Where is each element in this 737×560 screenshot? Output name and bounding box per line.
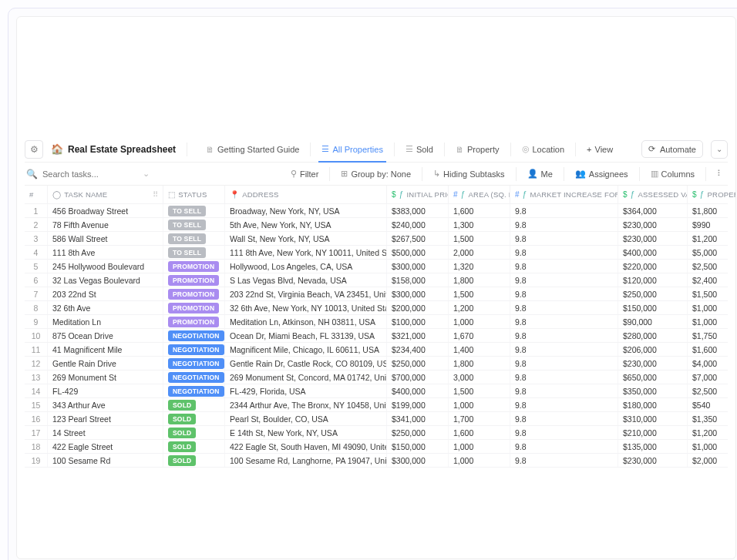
col-market-increase[interactable]: # ƒ MARKET INCREASE FORECAST (%) xyxy=(510,186,618,203)
cell-number[interactable]: 9 xyxy=(25,315,48,328)
cell-task-name[interactable]: 111 8th Ave xyxy=(48,246,163,259)
cell-address[interactable]: Broadway, New York, NY, USA xyxy=(225,204,387,217)
cell-number[interactable]: 1 xyxy=(25,204,48,217)
cell-address[interactable]: 422 Eagle St, South Haven, MI 49090, Uni… xyxy=(225,440,387,453)
cell-number[interactable]: 2 xyxy=(25,218,48,231)
cell-assessed[interactable]: $210,000 xyxy=(618,426,688,439)
cell-area[interactable]: 1,670 xyxy=(449,329,510,342)
automate-button[interactable]: ⟳ Automate xyxy=(641,140,703,158)
cell-forecast[interactable]: 9.8 xyxy=(510,329,618,342)
cell-tax[interactable]: $1,200 xyxy=(688,426,736,439)
cell-status[interactable]: SOLD xyxy=(163,454,225,467)
cell-area[interactable]: 1,300 xyxy=(449,218,510,231)
table-row[interactable]: 7203 22nd StPROMOTION203 22nd St, Virgin… xyxy=(25,287,728,301)
cell-address[interactable]: Hollywood, Los Angeles, CA, USA xyxy=(225,260,387,273)
cell-task-name[interactable]: 78 Fifth Avenue xyxy=(48,218,163,231)
cell-tax[interactable]: $1,200 xyxy=(688,232,736,245)
cell-assessed[interactable]: $310,000 xyxy=(618,412,688,425)
cell-number[interactable]: 16 xyxy=(25,412,48,425)
cell-tax[interactable]: $2,400 xyxy=(688,273,736,287)
cell-number[interactable]: 7 xyxy=(25,287,48,300)
col-task-name[interactable]: ◯ TASK NAME ⠿ xyxy=(48,186,163,203)
cell-status[interactable]: PROMOTION xyxy=(163,287,225,300)
cell-tax[interactable]: $1,600 xyxy=(688,343,736,356)
cell-task-name[interactable]: 14 Street xyxy=(48,426,163,439)
cell-address[interactable]: E 14th St, New York, NY, USA xyxy=(225,426,387,439)
cell-status[interactable]: PROMOTION xyxy=(163,315,225,328)
cell-initial-price[interactable]: $300,000 xyxy=(387,260,449,273)
cell-forecast[interactable]: 9.8 xyxy=(510,246,618,259)
cell-task-name[interactable]: 32 6th Ave xyxy=(48,301,163,314)
cell-task-name[interactable]: FL-429 xyxy=(48,384,163,397)
cell-initial-price[interactable]: $383,000 xyxy=(387,204,449,217)
cell-area[interactable]: 1,000 xyxy=(449,398,510,411)
cell-forecast[interactable]: 9.8 xyxy=(510,287,618,300)
search-input[interactable] xyxy=(42,169,127,179)
cell-assessed[interactable]: $280,000 xyxy=(618,329,688,342)
cell-area[interactable]: 1,800 xyxy=(449,273,510,287)
cell-tax[interactable]: $1,350 xyxy=(688,412,736,425)
table-row[interactable]: 15343 Arthur AveSOLD2344 Arthur Ave, The… xyxy=(25,398,728,412)
cell-forecast[interactable]: 9.8 xyxy=(510,232,618,245)
cell-tax[interactable]: $2,500 xyxy=(688,384,736,397)
cell-initial-price[interactable]: $267,500 xyxy=(387,232,449,245)
table-row[interactable]: 14FL-429NEGOTIATIONFL-429, Florida, USA$… xyxy=(25,384,728,398)
cell-initial-price[interactable]: $150,000 xyxy=(387,440,449,453)
cell-address[interactable]: Magnificent Mile, Chicago, IL 60611, USA xyxy=(225,343,387,356)
cell-initial-price[interactable]: $100,000 xyxy=(387,315,449,328)
cell-number[interactable]: 11 xyxy=(25,343,48,356)
cell-address[interactable]: 203 22nd St, Virginia Beach, VA 23451, U… xyxy=(225,287,387,300)
cell-assessed[interactable]: $364,000 xyxy=(618,204,688,217)
table-row[interactable]: 832 6th AvePROMOTION32 6th Ave, New York… xyxy=(25,301,728,315)
cell-address[interactable]: FL-429, Florida, USA xyxy=(225,384,387,397)
cell-assessed[interactable]: $220,000 xyxy=(618,260,688,273)
cell-area[interactable]: 1,000 xyxy=(449,315,510,328)
cell-address[interactable]: S Las Vegas Blvd, Nevada, USA xyxy=(225,273,387,287)
cell-task-name[interactable]: Gentle Rain Drive xyxy=(48,357,163,370)
table-row[interactable]: 9Meditation LnPROMOTIONMeditation Ln, At… xyxy=(25,315,728,329)
tab-location[interactable]: ◎ Location xyxy=(516,139,571,159)
cell-status[interactable]: NEGOTIATION xyxy=(163,357,225,370)
cell-status[interactable]: NEGOTIATION xyxy=(163,371,225,384)
cell-tax[interactable]: $1,000 xyxy=(688,301,736,314)
cell-number[interactable]: 19 xyxy=(25,454,48,467)
more-button[interactable]: ⠇ xyxy=(714,169,726,179)
cell-tax[interactable]: $540 xyxy=(688,398,736,411)
cell-task-name[interactable]: 41 Magnificent Mile xyxy=(48,343,163,356)
cell-task-name[interactable]: 32 Las Vegas Boulevard xyxy=(48,273,163,287)
cell-area[interactable]: 1,700 xyxy=(449,412,510,425)
cell-forecast[interactable]: 9.8 xyxy=(510,273,618,287)
cell-forecast[interactable]: 9.8 xyxy=(510,260,618,273)
cell-status[interactable]: PROMOTION xyxy=(163,260,225,273)
cell-tax[interactable]: $7,000 xyxy=(688,371,736,384)
cell-assessed[interactable]: $120,000 xyxy=(618,273,688,287)
cell-number[interactable]: 4 xyxy=(25,246,48,259)
cell-initial-price[interactable]: $250,000 xyxy=(387,426,449,439)
cell-forecast[interactable]: 9.8 xyxy=(510,357,618,370)
columns-button[interactable]: ▥ Columns xyxy=(648,169,698,179)
tab-all-properties[interactable]: ☰ All Properties xyxy=(315,139,389,159)
table-row[interactable]: 12Gentle Rain DriveNEGOTIATIONGentle Rai… xyxy=(25,357,728,371)
cell-area[interactable]: 1,320 xyxy=(449,260,510,273)
table-row[interactable]: 5245 Hollywood BoulevardPROMOTIONHollywo… xyxy=(25,260,728,273)
cell-forecast[interactable]: 9.8 xyxy=(510,301,618,314)
me-button[interactable]: 👤 Me xyxy=(524,169,556,179)
cell-forecast[interactable]: 9.8 xyxy=(510,343,618,356)
cell-forecast[interactable]: 9.8 xyxy=(510,426,618,439)
cell-area[interactable]: 1,600 xyxy=(449,426,510,439)
cell-forecast[interactable]: 9.8 xyxy=(510,371,618,384)
table-row[interactable]: 16123 Pearl StreetSOLDPearl St, Boulder,… xyxy=(25,412,728,426)
cell-area[interactable]: 1,400 xyxy=(449,343,510,356)
cell-tax[interactable]: $1,000 xyxy=(688,440,736,453)
cell-task-name[interactable]: 123 Pearl Street xyxy=(48,412,163,425)
group-by-button[interactable]: ⊞ Group by: None xyxy=(338,169,414,179)
tab-sold[interactable]: ☰ Sold xyxy=(399,139,439,159)
cell-initial-price[interactable]: $158,000 xyxy=(387,273,449,287)
cell-assessed[interactable]: $135,000 xyxy=(618,440,688,453)
cell-forecast[interactable]: 9.8 xyxy=(510,218,618,231)
cell-forecast[interactable]: 9.8 xyxy=(510,412,618,425)
cell-forecast[interactable]: 9.8 xyxy=(510,204,618,217)
table-row[interactable]: 1714 StreetSOLDE 14th St, New York, NY, … xyxy=(25,426,728,440)
cell-tax[interactable]: $4,000 xyxy=(688,357,736,370)
automate-dropdown[interactable]: ⌄ xyxy=(711,140,728,159)
